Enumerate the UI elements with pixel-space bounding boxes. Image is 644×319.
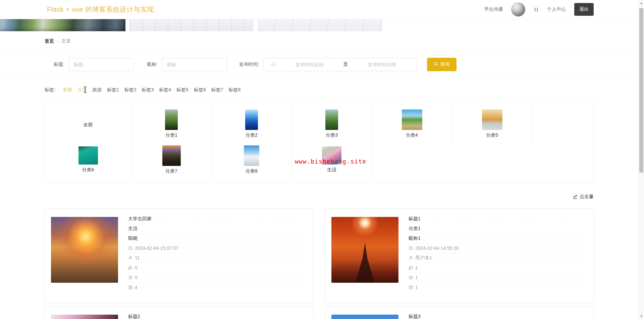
clock-icon <box>409 246 413 250</box>
nickname-input[interactable] <box>162 58 227 71</box>
tag-lvyou[interactable]: 旅游 <box>92 87 102 93</box>
category-2[interactable]: 分类2 <box>212 106 292 142</box>
scrollbar-up-arrow[interactable]: ▲ <box>639 0 644 6</box>
article-card-3[interactable]: 标题2 分类2 <box>45 306 313 319</box>
article-time: 2024-02-04 15:07:07 <box>128 243 304 253</box>
article-time: 2024-02-04 14:55:20 <box>409 243 585 253</box>
article-card-4[interactable]: 标题3 分类3 <box>325 306 594 319</box>
header-right: 平台沟通 11 个人中心 退出 <box>484 2 594 16</box>
banner-image-2[interactable] <box>129 19 254 31</box>
breadcrumb-separator: / <box>57 39 58 44</box>
breadcrumb-current: 文章 <box>61 38 71 44</box>
document-icon <box>128 285 133 290</box>
header-username: 11 <box>534 7 539 12</box>
trend-chart-icon <box>573 194 578 199</box>
article-likes[interactable]: 0 <box>128 263 304 273</box>
user-icon <box>128 256 133 260</box>
lighthouse-silhouette <box>356 242 374 283</box>
user-icon <box>409 256 413 260</box>
article-comments[interactable]: 4 <box>128 282 304 292</box>
article-4-cover-image <box>331 315 398 319</box>
category-5-image <box>482 109 502 130</box>
category-3[interactable]: 分类3 <box>292 106 372 142</box>
tag-8[interactable]: 标签8 <box>228 87 240 93</box>
article-title: 标题1 <box>409 214 585 224</box>
nav-platform-chat[interactable]: 平台沟通 <box>484 6 503 12</box>
star-icon <box>409 275 413 280</box>
publish-time-label: 发布时间: <box>239 61 259 67</box>
category-5[interactable]: 分类5 <box>452 106 532 142</box>
nav-profile-center[interactable]: 个人中心 <box>547 6 566 12</box>
category-1-image <box>165 109 178 130</box>
site-watermark: www.bishebang.site <box>295 158 366 165</box>
clock-icon <box>271 62 276 67</box>
logout-button[interactable]: 退出 <box>574 3 594 16</box>
category-7-image <box>162 145 181 166</box>
star-icon <box>128 275 133 280</box>
category-1[interactable]: 分类1 <box>131 106 212 142</box>
breadcrumb: 首页 / 文章 <box>0 31 644 52</box>
banner-image-1[interactable] <box>0 19 125 31</box>
category-panel: 全部 分类1 分类2 分类3 分类4 分类5 分类6 分 <box>45 101 594 182</box>
article-username: 用户名1 <box>409 253 585 263</box>
category-6-image <box>78 146 98 165</box>
article-likes[interactable]: 1 <box>409 263 585 273</box>
thumb-up-icon <box>128 265 133 270</box>
query-button-label: 查询 <box>440 61 450 67</box>
article-favorites[interactable]: 0 <box>128 273 304 282</box>
vertical-scrollbar[interactable]: ▲ ▼ <box>638 0 644 319</box>
clock-icon <box>128 246 133 250</box>
search-form: 标题: 昵称: 发布时间: 至 查询 <box>0 52 644 78</box>
category-8[interactable]: 分类8 <box>212 142 292 178</box>
user-avatar[interactable] <box>511 2 525 16</box>
tag-1[interactable]: 标签1 <box>107 87 119 93</box>
range-separator: 至 <box>341 61 350 67</box>
tags-label: 标签: <box>45 87 55 93</box>
article-title: 大学生回家 <box>128 214 304 224</box>
article-card-2[interactable]: 标题1 分类1 昵称1 2024-02-04 14:55:20 用户名1 1 1 <box>325 209 594 303</box>
tag-4[interactable]: 标签4 <box>159 87 171 93</box>
article-username: 11 <box>128 253 304 263</box>
publish-time-end-input[interactable] <box>350 62 414 67</box>
tag-7[interactable]: 标签7 <box>211 87 223 93</box>
publish-time-start-input[interactable] <box>278 62 341 67</box>
scrollbar-thumb[interactable] <box>639 8 643 173</box>
tag-2[interactable]: 标签2 <box>124 87 137 93</box>
nickname-field-label: 昵称: <box>147 61 158 67</box>
article-card-1[interactable]: 大学生回家 生活 陈晓 2024-02-04 15:07:07 11 0 0 4 <box>45 209 313 303</box>
category-4[interactable]: 分类4 <box>372 106 452 142</box>
tag-6[interactable]: 标签6 <box>194 87 206 93</box>
app-title: Flask + vue 的博客系统设计与实现 <box>47 5 154 14</box>
category-grid-row-1: 全部 分类1 分类2 分类3 分类4 分类5 <box>45 106 593 142</box>
article-list: 大学生回家 生活 陈晓 2024-02-04 15:07:07 11 0 0 4 <box>45 209 594 319</box>
article-category: 分类1 <box>409 224 585 234</box>
article-comments[interactable]: 1 <box>409 282 585 292</box>
sort-by-clicks[interactable]: 点击量 <box>0 194 594 200</box>
search-icon <box>434 62 438 67</box>
article-category: 生活 <box>128 224 304 234</box>
publish-time-range-picker[interactable]: 至 <box>263 58 417 71</box>
article-title: 标题2 <box>128 312 304 319</box>
document-icon <box>409 285 413 290</box>
article-nickname: 陈晓 <box>128 234 304 243</box>
tag-all[interactable]: 全部 <box>63 87 72 93</box>
category-7[interactable]: 分类7 <box>131 142 212 178</box>
scrollbar-down-arrow[interactable]: ▼ <box>639 313 644 319</box>
title-input[interactable] <box>68 58 134 71</box>
breadcrumb-home[interactable]: 首页 <box>45 38 54 44</box>
category-2-image <box>245 109 258 130</box>
banner-image-3[interactable] <box>258 19 382 31</box>
category-8-image <box>244 145 259 166</box>
tag-3[interactable]: 标签3 <box>142 87 154 93</box>
app-header: Flask + vue 的博客系统设计与实现 平台沟通 11 个人中心 退出 <box>0 0 644 19</box>
tag-5[interactable]: 标签5 <box>176 87 189 93</box>
article-favorites[interactable]: 1 <box>409 273 585 282</box>
category-all[interactable]: 全部 <box>45 106 131 142</box>
article-title: 标题3 <box>409 312 585 319</box>
tag-daxue[interactable]: 大学 <box>77 87 87 93</box>
category-6[interactable]: 分类6 <box>45 142 131 178</box>
article-2-cover-image <box>331 217 398 283</box>
article-3-cover-image <box>51 315 118 319</box>
query-button[interactable]: 查询 <box>427 58 457 71</box>
category-empty-cell <box>532 106 593 142</box>
